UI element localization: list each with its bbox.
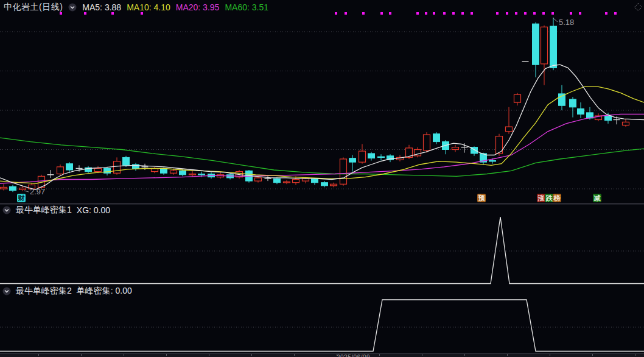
ma10-label: MA10: 4.10 — [127, 2, 170, 12]
high-pointer — [553, 18, 558, 22]
event-badge[interactable]: 榜 — [553, 194, 561, 202]
axis-tick — [379, 354, 380, 356]
chevron-down-icon[interactable] — [68, 3, 77, 12]
axis-tick — [294, 354, 295, 356]
high-price-label: 5.18 — [559, 18, 574, 27]
event-badge[interactable]: 财 — [17, 194, 26, 202]
panel1-title: 最牛单峰密集1 — [16, 205, 72, 216]
axis-tick — [337, 354, 337, 356]
panel1-value: XG: 0.00 — [77, 205, 110, 215]
ma60-label: MA60: 3.51 — [225, 2, 268, 12]
diamond-icon[interactable] — [633, 2, 643, 15]
date-label: 2025/06/09 — [337, 354, 370, 357]
axis-tick — [81, 354, 82, 356]
panel1-header: 最牛单峰密集1 XG: 0.00 — [2, 205, 110, 215]
axis-tick — [124, 354, 124, 356]
chevron-down-icon[interactable] — [2, 206, 11, 214]
axis-tick — [507, 354, 508, 356]
event-badge[interactable]: 涨 — [537, 194, 545, 202]
axis-tick — [464, 354, 465, 356]
low-price-label: 2.97 — [30, 187, 45, 196]
axis-tick — [635, 354, 635, 356]
time-axis: 2025/06/09 — [0, 354, 644, 357]
event-badge[interactable]: 预 — [477, 194, 486, 202]
axis-tick — [38, 354, 39, 356]
indicator-line-xg — [0, 217, 644, 284]
low-pointer — [24, 191, 29, 192]
axis-tick — [550, 354, 550, 356]
event-badge[interactable]: 减 — [593, 194, 601, 202]
panel2-header: 最牛单峰密集2 单峰密集: 0.00 — [2, 286, 132, 296]
axis-tick — [166, 354, 167, 356]
candles-layer — [1, 18, 629, 192]
indicator-line-danfeng — [0, 300, 644, 352]
stock-app-window: 5.182.97 中化岩土(日线) MA5: 3.88 MA10: 4.10 M… — [0, 0, 644, 357]
chevron-down-icon[interactable] — [2, 287, 11, 295]
chart-canvas[interactable]: 5.182.97 — [0, 0, 644, 357]
symbol-title: 中化岩土(日线) — [4, 2, 63, 13]
panel2-value: 单峰密集: 0.00 — [77, 286, 132, 297]
ma20-label: MA20: 3.95 — [176, 2, 220, 12]
axis-tick — [251, 354, 252, 356]
axis-tick — [592, 354, 593, 356]
chart-header: 中化岩土(日线) MA5: 3.88 MA10: 4.10 MA20: 3.95… — [4, 2, 268, 13]
axis-tick — [422, 354, 422, 356]
panel2-title: 最牛单峰密集2 — [16, 286, 72, 297]
ma5-label: MA5: 3.88 — [82, 2, 121, 12]
event-badge[interactable]: 跌 — [545, 194, 553, 202]
axis-tick — [209, 354, 209, 356]
